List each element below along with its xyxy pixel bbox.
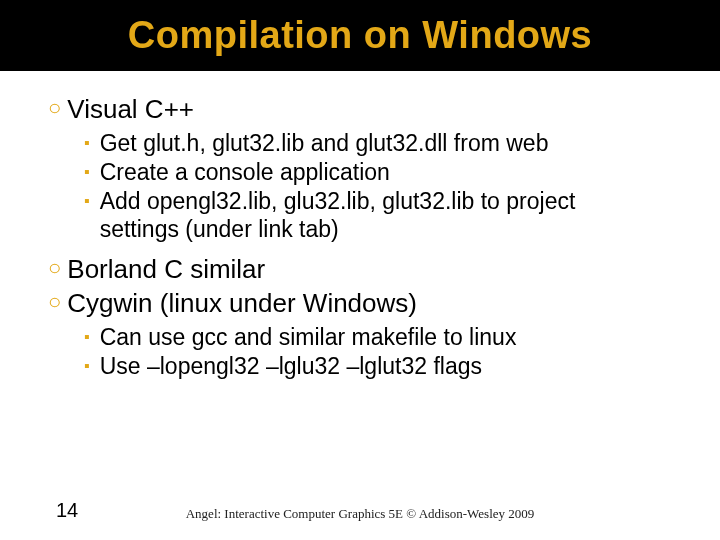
bullet-level1: ○ Borland C similar [48,253,680,285]
circle-bullet-icon: ○ [48,93,61,123]
circle-bullet-icon: ○ [48,253,61,283]
bullet-level1: ○ Visual C++ [48,93,680,125]
sublist: ▪ Get glut.h, glut32.lib and glut32.dll … [84,129,680,243]
bullet-text: Can use gcc and similar makefile to linu… [100,323,517,351]
square-bullet-icon: ▪ [84,352,90,380]
bullet-level2: ▪ Create a console application [84,158,680,186]
slide-content: ○ Visual C++ ▪ Get glut.h, glut32.lib an… [0,71,720,380]
bullet-text: Use –lopengl32 –lglu32 –lglut32 flags [100,352,482,380]
square-bullet-icon: ▪ [84,158,90,186]
square-bullet-icon: ▪ [84,323,90,351]
bullet-text: Add opengl32.lib, glu32.lib, glut32.lib … [100,187,660,243]
bullet-level2: ▪ Add opengl32.lib, glu32.lib, glut32.li… [84,187,680,243]
bullet-text: Get glut.h, glut32.lib and glut32.dll fr… [100,129,549,157]
footer-text: Angel: Interactive Computer Graphics 5E … [0,506,720,522]
square-bullet-icon: ▪ [84,129,90,157]
bullet-level2: ▪ Get glut.h, glut32.lib and glut32.dll … [84,129,680,157]
circle-bullet-icon: ○ [48,287,61,317]
bullet-text: Create a console application [100,158,390,186]
bullet-level1: ○ Cygwin (linux under Windows) [48,287,680,319]
bullet-level2: ▪ Can use gcc and similar makefile to li… [84,323,680,351]
bullet-text: Cygwin (linux under Windows) [67,287,417,319]
sublist: ▪ Can use gcc and similar makefile to li… [84,323,680,380]
bullet-text: Borland C similar [67,253,265,285]
title-band: Compilation on Windows [0,0,720,71]
bullet-text: Visual C++ [67,93,194,125]
slide-title: Compilation on Windows [0,14,720,57]
bullet-level2: ▪ Use –lopengl32 –lglu32 –lglut32 flags [84,352,680,380]
square-bullet-icon: ▪ [84,187,90,215]
